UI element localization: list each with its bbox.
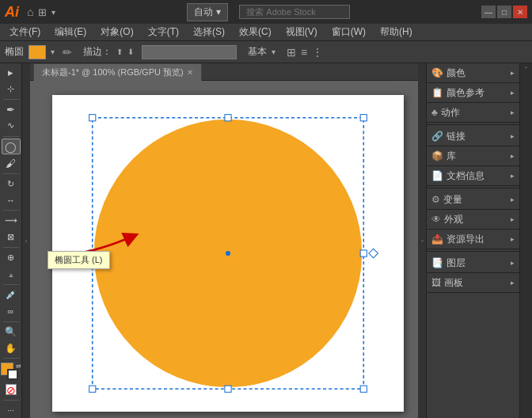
handle-bm — [225, 386, 231, 392]
shape-builder-tool[interactable]: ⊕ — [2, 250, 21, 265]
docinfo-label: 文档信息 — [446, 169, 484, 183]
document-tab[interactable]: 未标题-1* @ 100% (RGB/GPU 预览) ✕ — [33, 63, 202, 81]
menu-object[interactable]: 对象(O) — [94, 24, 139, 40]
color-boxes[interactable]: ⇄ — [1, 363, 21, 379]
select-tool[interactable]: ▸ — [2, 65, 21, 80]
reflect-tool[interactable]: ↔ — [2, 192, 21, 207]
panel-section-action: ♣ 动作 ▸ — [427, 103, 519, 123]
menu-select[interactable]: 选择(S) — [187, 24, 231, 40]
grid-icon[interactable]: ⊞ — [287, 46, 296, 59]
maximize-button[interactable]: □ — [497, 6, 511, 18]
perspective-tool[interactable]: ⟁ — [2, 266, 21, 281]
panel-section-artboard: 🖼 画板 ▸ — [427, 273, 519, 293]
menu-bar: 文件(F) 编辑(E) 对象(O) 文字(T) 选择(S) 效果(C) 视图(V… — [0, 24, 532, 41]
layers-icon: 📑 — [431, 257, 443, 268]
menu-view[interactable]: 视图(V) — [279, 24, 324, 40]
handle-bl — [89, 386, 96, 392]
panel-section-links: 🔗 链接 ▸ — [427, 127, 519, 146]
stroke-down-arrow[interactable]: ⬇ — [127, 48, 134, 56]
menu-window[interactable]: 窗口(W) — [325, 24, 372, 40]
panel-header-variables[interactable]: ⚙ 变量 ▸ — [427, 190, 519, 209]
canvas-wrapper: 未标题-1* @ 100% (RGB/GPU 预览) ✕ — [30, 63, 418, 418]
panel-section-colorref: 📋 颜色参考 ▸ — [427, 83, 519, 103]
color-panel-arrow: ▸ — [511, 69, 515, 77]
pen-tool[interactable]: ✒ — [2, 102, 21, 117]
export-icon: 📤 — [431, 234, 443, 245]
links-arrow: ▸ — [511, 132, 515, 140]
tab-close-button[interactable]: ✕ — [187, 68, 193, 77]
none-fill[interactable]: ⊘ — [2, 382, 21, 397]
basic-label: 基本 — [248, 45, 267, 59]
zoom-tool[interactable]: 🔍 — [2, 324, 21, 339]
layout-arrow[interactable]: ▾ — [51, 8, 55, 17]
panel-section-export: 📤 资源导出 ▸ — [427, 230, 519, 249]
handle-tr — [360, 115, 367, 121]
menu-text[interactable]: 文字(T) — [142, 24, 185, 40]
blend-tool[interactable]: ∞ — [2, 303, 21, 318]
handle-diamond — [369, 249, 378, 258]
ellipse-tool[interactable]: ◯ — [2, 139, 21, 154]
curvature-tool[interactable]: ∿ — [2, 118, 21, 133]
fill-color-swatch[interactable] — [28, 45, 46, 59]
menu-effect[interactable]: 效果(C) — [233, 24, 278, 40]
export-arrow: ▸ — [511, 235, 515, 243]
appearance-icon: 👁 — [431, 214, 441, 225]
left-toolbar: ▸ ⊹ ✒ ∿ ◯ 🖌 ↻ ↔ ⟿ ⊠ ⊕ ⟁ 💉 ∞ 🔍 ✋ ⇄ ⊘ — [0, 63, 22, 418]
more-icon[interactable]: ⋮ — [312, 46, 323, 59]
variables-icon: ⚙ — [431, 194, 440, 205]
layers-label: 图层 — [446, 256, 466, 270]
layout-icon[interactable]: ⊞ — [38, 6, 47, 18]
menu-edit[interactable]: 编辑(E) — [48, 24, 93, 40]
variables-label: 变量 — [443, 193, 462, 207]
panel-header-colorref[interactable]: 📋 颜色参考 ▸ — [427, 83, 519, 102]
right-panel-collapse[interactable]: › — [418, 63, 426, 418]
left-collapse-icon: ‹ — [25, 238, 28, 245]
paint-icon[interactable]: ✏ — [63, 46, 72, 59]
far-right-icon[interactable]: › — [522, 66, 530, 69]
auto-label: 自动 — [194, 6, 213, 19]
rotate-tool[interactable]: ↻ — [2, 177, 21, 192]
stroke-style-preview — [142, 45, 237, 59]
shape-label: 椭圆 — [5, 45, 24, 59]
fill-arrow[interactable]: ▾ — [51, 48, 55, 56]
hand-tool[interactable]: ✋ — [2, 340, 21, 355]
menu-help[interactable]: 帮助(H) — [374, 24, 419, 40]
library-label: 库 — [446, 150, 456, 163]
appearance-arrow: ▸ — [511, 215, 515, 223]
color-icon: 🎨 — [431, 67, 443, 78]
panel-header-appearance[interactable]: 👁 外观 ▸ — [427, 210, 519, 229]
panel-separator-2 — [427, 188, 519, 188]
width-tool[interactable]: ⟿ — [2, 213, 21, 228]
panel-header-library[interactable]: 📦 库 ▸ — [427, 146, 519, 165]
panel-header-docinfo[interactable]: 📄 文档信息 ▸ — [427, 166, 519, 185]
canvas-area[interactable]: 椭圆工具 (L) — [30, 81, 418, 418]
close-button[interactable]: ✕ — [513, 6, 527, 18]
panel-icon[interactable]: ≡ — [301, 46, 307, 59]
menu-file[interactable]: 文件(F) — [3, 24, 47, 40]
appearance-label: 外观 — [444, 213, 463, 226]
stroke-color-box[interactable] — [7, 369, 18, 380]
colorref-icon: 📋 — [431, 87, 443, 98]
panel-header-layers[interactable]: 📑 图层 ▸ — [427, 253, 519, 272]
eyedropper-tool[interactable]: 💉 — [2, 287, 21, 302]
home-icon[interactable]: ⌂ — [27, 6, 33, 18]
auto-mode-selector[interactable]: 自动 ▾ — [187, 3, 228, 21]
search-input[interactable] — [239, 5, 350, 19]
free-transform-tool[interactable]: ⊠ — [2, 230, 21, 245]
panel-header-links[interactable]: 🔗 链接 ▸ — [427, 127, 519, 146]
paintbrush-tool[interactable]: 🖌 — [2, 155, 21, 170]
direct-select-tool[interactable]: ⊹ — [2, 81, 21, 96]
left-collapse-panel[interactable]: ‹ — [22, 63, 30, 418]
stroke-up-arrow[interactable]: ⬆ — [116, 48, 123, 56]
minimize-button[interactable]: — — [481, 6, 496, 18]
basic-arrow[interactable]: ▾ — [272, 48, 276, 56]
panel-header-action[interactable]: ♣ 动作 ▸ — [427, 103, 519, 122]
panel-header-color[interactable]: 🎨 颜色 ▸ — [427, 63, 519, 82]
docinfo-icon: 📄 — [431, 170, 443, 181]
docinfo-arrow: ▸ — [511, 172, 515, 180]
swap-icon[interactable]: ⇄ — [16, 363, 21, 370]
panel-header-export[interactable]: 📤 资源导出 ▸ — [427, 230, 519, 249]
panel-header-artboard[interactable]: 🖼 画板 ▸ — [427, 273, 519, 292]
more-tools[interactable]: ··· — [2, 402, 21, 417]
panel-section-library: 📦 库 ▸ — [427, 146, 519, 166]
